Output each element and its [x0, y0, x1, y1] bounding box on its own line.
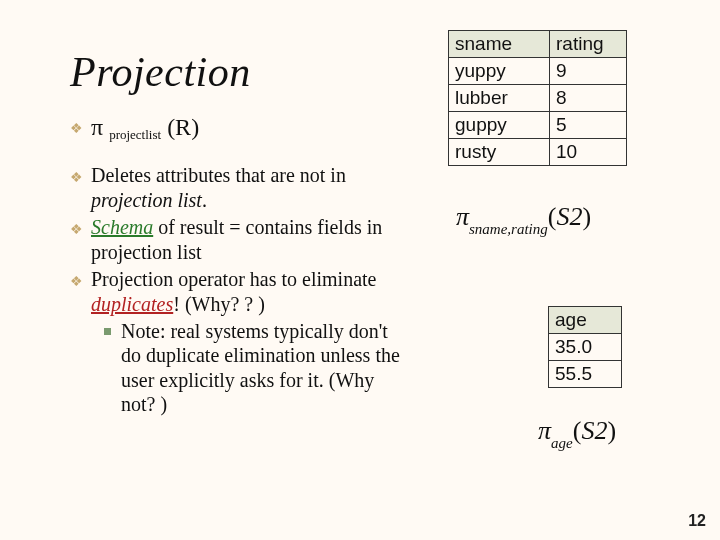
- cell: 55.5: [549, 361, 622, 388]
- table-row: rusty10: [449, 139, 627, 166]
- table-row: 35.0: [549, 334, 622, 361]
- cell: 10: [550, 139, 627, 166]
- pi-expression: π projectlist (R): [91, 114, 199, 141]
- sname-rating-table: sname rating yuppy9 lubber8 guppy5 rusty…: [448, 30, 627, 166]
- cell: yuppy: [449, 58, 550, 85]
- cell: guppy: [449, 112, 550, 139]
- bullet-text: Deletes attributes that are not in proje…: [91, 163, 410, 213]
- bullet-text: Schema of result = contains fields in pr…: [91, 215, 410, 265]
- bullet-2: ❖ Schema of result = contains fields in …: [70, 215, 410, 265]
- cell: rusty: [449, 139, 550, 166]
- pi-arg: S2: [556, 202, 582, 231]
- pi-subscript: age: [551, 435, 573, 451]
- square-bullet-icon: [104, 328, 111, 335]
- rparen: ): [582, 202, 591, 231]
- text: .: [202, 189, 207, 211]
- bullet-icon: ❖: [70, 273, 83, 291]
- col-header: sname: [449, 31, 550, 58]
- table-header-row: age: [549, 307, 622, 334]
- pi-symbol: π: [456, 202, 469, 231]
- bullet-icon: ❖: [70, 169, 83, 187]
- bullet-icon: ❖: [70, 221, 83, 239]
- content-column: ❖ π projectlist (R) ❖ Deletes attributes…: [70, 114, 410, 417]
- col-header: age: [549, 307, 622, 334]
- pi-symbol: π: [91, 114, 103, 140]
- bullet-icon: ❖: [70, 120, 83, 137]
- table-header-row: sname rating: [449, 31, 627, 58]
- cell: 35.0: [549, 334, 622, 361]
- schema-term: Schema: [91, 216, 153, 238]
- text: ! (Why? ? ): [173, 293, 265, 315]
- table-row: yuppy9: [449, 58, 627, 85]
- pi-formula-2: πage(S2): [538, 416, 616, 449]
- table-row: guppy5: [449, 112, 627, 139]
- pi-definition-row: ❖ π projectlist (R): [70, 114, 410, 141]
- pi-arg: (R): [167, 114, 199, 140]
- table-row: lubber8: [449, 85, 627, 112]
- text: Projection operator has to eliminate: [91, 268, 376, 290]
- sub-bullet: Note: real systems typically don't do du…: [104, 319, 410, 417]
- cell: 8: [550, 85, 627, 112]
- pi-subscript: sname,rating: [469, 221, 548, 237]
- slide: Projection ❖ π projectlist (R) ❖ Deletes…: [0, 0, 720, 540]
- pi-subscript: projectlist: [109, 127, 161, 142]
- duplicates-term: duplicates: [91, 293, 173, 315]
- page-number: 12: [688, 512, 706, 530]
- bullet-3: ❖ Projection operator has to eliminate d…: [70, 267, 410, 317]
- pi-arg: S2: [581, 416, 607, 445]
- pi-formula-1: πsname,rating(S2): [456, 202, 591, 235]
- bullet-1: ❖ Deletes attributes that are not in pro…: [70, 163, 410, 213]
- text: Deletes attributes that are not in: [91, 164, 346, 186]
- cell: 5: [550, 112, 627, 139]
- pi-symbol: π: [538, 416, 551, 445]
- col-header: rating: [550, 31, 627, 58]
- projection-list-term: projection list: [91, 189, 202, 211]
- bullet-text: Projection operator has to eliminate dup…: [91, 267, 410, 317]
- rparen: ): [607, 416, 616, 445]
- cell: lubber: [449, 85, 550, 112]
- age-table: age 35.0 55.5: [548, 306, 622, 388]
- table-row: 55.5: [549, 361, 622, 388]
- cell: 9: [550, 58, 627, 85]
- note-text: Note: real systems typically don't do du…: [121, 319, 410, 417]
- bullet-list: ❖ Deletes attributes that are not in pro…: [70, 163, 410, 417]
